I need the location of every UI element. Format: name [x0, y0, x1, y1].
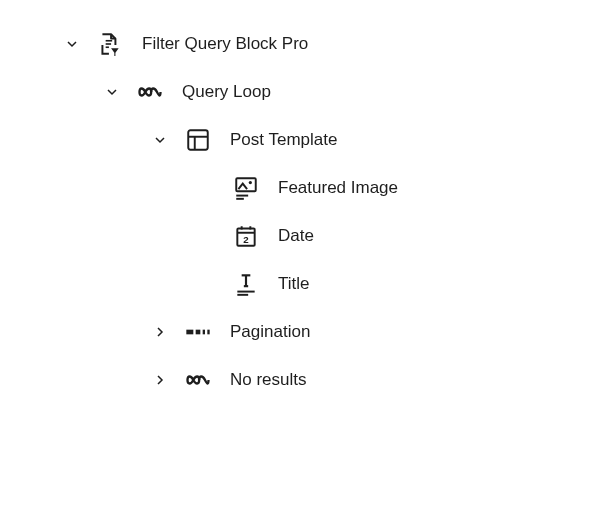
loop-icon [136, 78, 164, 106]
tree-item-label: Query Loop [182, 82, 271, 102]
filter-document-icon [96, 30, 124, 58]
svg-rect-20 [186, 330, 193, 335]
tree-item-label: Post Template [230, 130, 337, 150]
tree-item-label: No results [230, 370, 307, 390]
tree-item-pagination[interactable]: Pagination [0, 308, 605, 356]
caret-right-icon[interactable] [148, 368, 172, 392]
svg-text:2: 2 [243, 234, 249, 245]
caret-right-icon[interactable] [148, 320, 172, 344]
svg-rect-3 [188, 130, 208, 150]
tree-item-featured-image[interactable]: Featured Image [0, 164, 605, 212]
tree-item-label: Featured Image [278, 178, 398, 198]
tree-item-post-template[interactable]: Post Template [0, 116, 605, 164]
tree-item-no-results[interactable]: No results [0, 356, 605, 404]
featured-image-icon [232, 174, 260, 202]
tree-item-title[interactable]: Title [0, 260, 605, 308]
caret-down-icon[interactable] [60, 32, 84, 56]
title-icon [232, 270, 260, 298]
tree-item-filter-query-block-pro[interactable]: Filter Query Block Pro [0, 20, 605, 68]
caret-down-icon[interactable] [148, 128, 172, 152]
loop-icon [184, 366, 212, 394]
tree-item-date[interactable]: 2 Date [0, 212, 605, 260]
svg-rect-21 [196, 330, 201, 335]
svg-point-7 [249, 181, 252, 184]
calendar-icon: 2 [232, 222, 260, 250]
pagination-icon [184, 318, 212, 346]
tree-item-label: Date [278, 226, 314, 246]
tree-item-label: Pagination [230, 322, 310, 342]
caret-down-icon[interactable] [100, 80, 124, 104]
svg-rect-22 [203, 330, 205, 335]
svg-rect-23 [207, 330, 209, 335]
tree-item-label: Filter Query Block Pro [142, 34, 308, 54]
tree-item-label: Title [278, 274, 310, 294]
tree-item-query-loop[interactable]: Query Loop [0, 68, 605, 116]
layout-icon [184, 126, 212, 154]
